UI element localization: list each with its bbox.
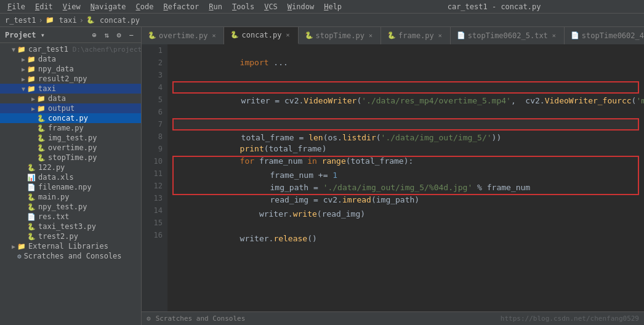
menu-navigate[interactable]: Navigate (86, 1, 131, 12)
npy-file-icon: 📄 (27, 183, 36, 191)
line-numbers: 1 2 3 4 5 6 7 8 9 10 11 12 13 14 15 16 (145, 44, 167, 311)
tree-label: res.txt (38, 212, 70, 221)
tree-item-external-libraries[interactable]: ▶ 📁 External Libraries (0, 241, 141, 251)
sidebar-add-btn[interactable]: ⊕ (89, 31, 99, 39)
folder-icon: 📁 (37, 95, 46, 103)
code-line-11: img_path = './data/img_out/img_5/%04d.jp… (174, 169, 638, 182)
breadcrumb-file[interactable]: concat.py (100, 16, 140, 25)
menu-help[interactable]: Help (319, 1, 347, 12)
tree-label: taxi_test3.py (38, 222, 96, 231)
txt-tab-icon: 📄 (457, 31, 465, 39)
sidebar-header: Project ▾ ⊕ ⇅ ⚙ − (0, 27, 141, 43)
py-tab-icon: 🐍 (305, 31, 313, 39)
arrow-icon: ▶ (10, 243, 17, 250)
breadcrumb-folder[interactable]: taxi (59, 16, 77, 25)
main-area: Project ▾ ⊕ ⇅ ⚙ − ▼ 📁 car_test1 D:\achen… (0, 27, 644, 325)
menu-tools[interactable]: Tools (227, 1, 259, 12)
tree-item-stoptime-py[interactable]: 🐍 stopTime.py (0, 153, 141, 162)
sidebar-sync-btn[interactable]: ⇅ (102, 31, 111, 39)
tab-overtime[interactable]: 🐍 overtime.py ✕ (142, 27, 224, 44)
tab-stoptime[interactable]: 🐍 stopTime.py ✕ (299, 27, 381, 44)
tree-label: Scratches and Consoles (24, 252, 122, 260)
tab-close-btn[interactable]: ✕ (367, 32, 374, 39)
py-file-icon: 🐍 (27, 193, 36, 201)
py-file-icon: 🐍 (37, 114, 46, 122)
tab-close-btn[interactable]: ✕ (210, 32, 217, 39)
tree-item-122-py[interactable]: 🐍 122.py (0, 162, 141, 172)
menu-vcs[interactable]: VCS (259, 1, 283, 12)
code-line-15: writer.release() (172, 220, 639, 233)
tab-concat[interactable]: 🐍 concat.py ✕ (224, 27, 298, 44)
tree-item-main-py[interactable]: 🐍 main.py (0, 192, 141, 202)
tree-item-npy-data[interactable]: ▶ 📁 npy_data (0, 64, 141, 74)
py-tab-icon: 🐍 (230, 31, 239, 39)
tree-label: External Libraries (28, 242, 108, 251)
tree-item-taxi-data[interactable]: ▶ 📁 data (0, 94, 141, 103)
sidebar-settings-btn[interactable]: ⚙ (114, 31, 124, 39)
tree-label: data.xls (38, 173, 74, 182)
tab-label: frame.py (398, 31, 434, 40)
menu-edit[interactable]: Edit (30, 1, 58, 12)
tree-item-output[interactable]: ▶ 📁 output (0, 103, 141, 113)
arrow-icon: ▼ (20, 86, 27, 92)
tab-label: stopTime0602_5.txt (468, 31, 548, 40)
menu-file[interactable]: File (2, 1, 30, 12)
tab-stoptime0602-5[interactable]: 📄 stopTime0602_5.txt ✕ (451, 27, 565, 44)
breadcrumb-project[interactable]: r_test1 (5, 16, 36, 25)
tree-item-overtime-py[interactable]: 🐍 overtime.py (0, 143, 141, 153)
arrow-icon: ▶ (30, 95, 37, 102)
folder-icon: 📁 (37, 105, 46, 113)
tree-label: npy_test.py (38, 203, 87, 211)
arrow-icon (10, 253, 17, 260)
code-line-14 (172, 208, 639, 220)
txt-tab-icon: 📄 (571, 31, 579, 39)
menu-window[interactable]: Window (283, 1, 319, 12)
py-file-icon: 🐍 (37, 154, 46, 162)
scratch-icon: ⚙ (17, 252, 22, 260)
tree-item-car-test1[interactable]: ▼ 📁 car_test1 D:\achenf\project\pytl (0, 44, 141, 54)
menu-run[interactable]: Run (204, 1, 227, 12)
scratches-label[interactable]: Scratches and Consoles (156, 315, 246, 323)
menu-code[interactable]: Code (131, 1, 159, 12)
breadcrumb: r_test1 › 📁 taxi › 🐍 concat.py (0, 14, 644, 27)
tree-label: img_test.py (48, 134, 97, 142)
tab-close-btn[interactable]: ✕ (550, 32, 558, 39)
tree-item-res-txt[interactable]: 📄 res.txt (0, 212, 141, 222)
menu-refactor[interactable]: Refactor (159, 1, 204, 12)
tree-item-filename-npy[interactable]: 📄 filename.npy (0, 182, 141, 192)
tree-item-taxi[interactable]: ▼ 📁 taxi (0, 84, 141, 94)
tree-path: D:\achenf\project\pytl (68, 46, 141, 54)
tree-item-result2-npy[interactable]: ▶ 📁 result2_npy (0, 74, 141, 84)
tab-frame[interactable]: 🐍 frame.py ✕ (381, 27, 451, 44)
arrow-icon (30, 145, 37, 151)
tree-item-frame-py[interactable]: 🐍 frame.py (0, 123, 141, 133)
code-line-6: # **********注释帧的帧层********** (172, 106, 639, 118)
sidebar-minimize-btn[interactable]: − (126, 31, 136, 39)
arrow-icon (30, 154, 37, 161)
code-line-2 (172, 57, 639, 69)
code-line-9: for frame_num in range(total_frame): (172, 143, 639, 155)
tab-close-btn[interactable]: ✕ (284, 31, 292, 38)
folder-icon: 📁 (27, 65, 36, 73)
tree-item-concat-py[interactable]: 🐍 concat.py (0, 113, 141, 123)
sidebar-actions: ⊕ ⇅ ⚙ − (89, 31, 136, 39)
code-line-3 (172, 69, 639, 81)
tab-stoptime0602-4[interactable]: 📄 stopTime0602_4.txt ✕ (565, 27, 644, 44)
code-line-1: import ... (172, 44, 639, 57)
tree-item-taxi-test3-py[interactable]: 🐍 taxi_test3.py (0, 222, 141, 231)
tab-close-btn[interactable]: ✕ (437, 32, 444, 39)
tree-item-img-test-py[interactable]: 🐍 img_test.py (0, 133, 141, 143)
code-container[interactable]: 1 2 3 4 5 6 7 8 9 10 11 12 13 14 15 16 (142, 44, 644, 311)
tree-item-data[interactable]: ▶ 📁 data (0, 54, 141, 64)
py-tab-icon: 🐍 (387, 31, 396, 39)
tree-item-scratches[interactable]: ⚙ Scratches and Consoles (0, 251, 141, 261)
window-title: car_test1 - concat.py (347, 2, 642, 11)
tree-item-npy-test-py[interactable]: 🐍 npy_test.py (0, 202, 141, 212)
tabs-bar: 🐍 overtime.py ✕ 🐍 concat.py ✕ 🐍 stopTime… (142, 27, 644, 44)
tree-item-data-xls[interactable]: 📊 data.xls (0, 172, 141, 182)
menu-view[interactable]: View (58, 1, 86, 12)
code-editor[interactable]: import ... writer = cv2.VideoWriter('./d… (167, 44, 644, 311)
folder-icon: 📁 (27, 85, 36, 93)
tree-item-trest2-py[interactable]: 🐍 trest2.py (0, 231, 141, 241)
watermark: https://blog.csdn.net/chenfang0529 (501, 315, 639, 323)
